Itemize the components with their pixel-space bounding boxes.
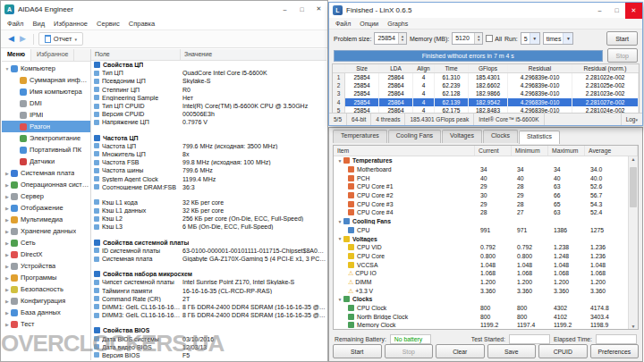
sidebar-item-computer-name[interactable]: Имя компьютера: [2, 86, 90, 97]
tab-statistics[interactable]: Statistics: [519, 130, 560, 144]
field-row[interactable]: Кэш L36 МБ (On-Die, ECC, Full-Speed): [91, 223, 326, 231]
maximize-icon[interactable]: □: [608, 3, 625, 19]
tab-voltages[interactable]: Voltages: [442, 130, 482, 143]
problem-size-input[interactable]: 25854 ▲▼: [374, 32, 406, 45]
start-button[interactable]: Start: [333, 344, 382, 358]
maximize-icon[interactable]: □: [293, 1, 310, 17]
grid-column-header[interactable]: [333, 64, 345, 72]
field-row[interactable]: Псевдоним ЦПSkylake-S: [91, 77, 326, 85]
field-row[interactable]: Версия BIOSF5: [91, 351, 326, 359]
sidebar-item-summary[interactable]: Суммарная информация: [2, 74, 90, 86]
close-icon[interactable]: ✕: [625, 3, 642, 19]
column-value[interactable]: Значение: [181, 49, 326, 60]
field-row[interactable]: Частота ЦП799.6 MHz (исходная: 3500 MHz): [91, 142, 326, 150]
tab-temperatures[interactable]: Temperatures: [333, 130, 387, 143]
field-row[interactable]: Множитель ЦП8x: [91, 150, 326, 158]
field-row[interactable]: Command Rate (CR)2T: [91, 295, 326, 303]
run-count-select[interactable]: 5 ▼: [521, 32, 540, 45]
sensor-row[interactable]: CPU Core0.8000.8001.2481.236: [334, 252, 628, 261]
tab-clocks[interactable]: Clocks: [483, 130, 518, 143]
statistics-column-header[interactable]: Current: [475, 146, 512, 156]
start-button[interactable]: Start: [606, 31, 638, 46]
statistics-column-header[interactable]: Maximum: [548, 146, 585, 156]
sensor-row[interactable]: CPU Core #329286554.3: [334, 199, 628, 208]
sidebar-item-security[interactable]: ▶Безопасность: [2, 283, 90, 295]
field-row[interactable]: Версия CPUID000506E3h: [91, 110, 326, 118]
aida-menu-item-3[interactable]: Сервис: [97, 20, 120, 28]
field-row[interactable]: Соотношение DRAM:FSB36:3: [91, 183, 326, 191]
result-row[interactable]: 12585425864461.310185.43014.296839e-0102…: [333, 73, 639, 81]
sidebar-item-devices[interactable]: ▶Устройства: [2, 260, 90, 272]
grid-column-header[interactable]: Size: [345, 64, 379, 72]
aida-menu-item-0[interactable]: Файл: [7, 20, 23, 28]
spinner-icon[interactable]: ▲▼: [398, 33, 406, 44]
field-row[interactable]: Кэш L1 данных32 КБ per core: [91, 206, 326, 215]
statistics-column-header[interactable]: Item: [334, 146, 475, 156]
section-row[interactable]: Свойства ЦП: [91, 61, 326, 69]
grid-column-header[interactable]: GFlops: [469, 64, 508, 72]
field-row[interactable]: System Agent Clock1199.4 MHz: [91, 174, 326, 182]
linx-menu-item-0[interactable]: Файл: [335, 21, 351, 27]
scroll-down-icon[interactable]: ▼: [629, 324, 638, 329]
sidebar-item-dmi[interactable]: DMI: [2, 97, 90, 109]
group-row[interactable]: ▼Voltages: [334, 234, 628, 243]
tab-cooling-fans[interactable]: Cooling Fans: [388, 130, 441, 143]
sidebar-item-display[interactable]: ▶Отображение: [2, 202, 90, 214]
group-row[interactable]: ▼Clocks: [334, 295, 628, 304]
grid-column-header[interactable]: Residual (norm.): [572, 64, 639, 72]
sidebar-item-ipmi[interactable]: IPMI: [2, 109, 90, 121]
field-row[interactable]: Дата BIOS системы03/10/2016: [91, 334, 326, 342]
field-row[interactable]: DIMM3: GeIL CL16-16-16 D48 ГБ DDR4-2400 …: [91, 311, 326, 319]
linx-menu-item-1[interactable]: Опции: [360, 21, 378, 27]
field-row[interactable]: Чипсет системной платыIntel Sunrise Poin…: [91, 278, 326, 286]
scrollbar-thumb[interactable]: [630, 167, 637, 207]
cpuid-button[interactable]: CPUID: [538, 344, 588, 358]
result-row[interactable]: 22585425864462.239182.66024.296839e-0102…: [333, 81, 639, 89]
field-row[interactable]: Engineering SampleНет: [91, 94, 326, 102]
field-row[interactable]: Тип ЦП CPUIDIntel(R) Core(TM) i5-6600K C…: [91, 102, 326, 110]
aida-menu-item-4[interactable]: Справка: [129, 20, 155, 28]
sensor-row[interactable]: CPU VID0.7920.7921.2381.236: [334, 243, 628, 252]
scrollbar[interactable]: ▲ ▼: [628, 156, 638, 329]
grid-column-header[interactable]: Time: [435, 64, 469, 72]
sensor-row[interactable]: VCCSA1.0481.0481.0481.048: [334, 260, 628, 269]
statistics-column-header[interactable]: Average: [585, 146, 638, 156]
sidebar-item-network[interactable]: ▶Сеть: [2, 237, 90, 248]
sidebar-item-database[interactable]: ▶База данных: [2, 307, 90, 318]
group-row[interactable]: ▼Cooling Fans: [334, 217, 628, 226]
field-row[interactable]: Системная платаGigabyte GA-Z170X-Gaming …: [91, 255, 326, 263]
result-row[interactable]: 42585425864462.139182.95424.296839e-0102…: [333, 98, 639, 106]
memory-input[interactable]: 5120 ▲▼: [452, 32, 483, 45]
field-row[interactable]: Тайминги памяти16-16-16-35 (CL-RCD-RP-RA…: [91, 287, 326, 295]
minimize-icon[interactable]: –: [276, 1, 293, 17]
clear-button[interactable]: Clear: [436, 344, 485, 358]
field-row[interactable]: Тип ЦПQuadCore Intel Core i5-6600K: [91, 69, 326, 77]
section-row[interactable]: Свойства набора микросхем: [91, 270, 326, 278]
grid-column-header[interactable]: Residual: [508, 64, 572, 72]
field-row[interactable]: Кэш L2256 КБ per core (On-Die, ECC, Full…: [91, 215, 326, 223]
save-button[interactable]: Save: [487, 344, 537, 358]
sensor-row[interactable]: PCH40404040.0: [334, 173, 628, 182]
scroll-up-icon[interactable]: ▲: [631, 156, 636, 162]
sidebar-item-server[interactable]: ▶Сервер: [2, 190, 90, 202]
sidebar-item-laptop[interactable]: Портативный ПК: [2, 144, 90, 156]
field-row[interactable]: Кэш L1 кода32 КБ per core: [91, 198, 326, 206]
sidebar-item-power[interactable]: Электропитание: [2, 132, 90, 144]
sidebar-item-storage[interactable]: ▶Хранение данных: [2, 225, 90, 237]
statistics-column-header[interactable]: Minimum: [512, 146, 548, 156]
field-row[interactable]: Частота FSB99.8 MHz (исходная: 100 MHz): [91, 158, 326, 166]
stop-button[interactable]: Stop: [385, 344, 434, 358]
sensor-row[interactable]: CPU Core #230296656.7: [334, 191, 628, 200]
sidebar-item-motherboard[interactable]: ▶Системная плата: [2, 167, 90, 179]
sidebar-item-overclock[interactable]: Разгон: [2, 121, 90, 132]
sidebar-item-os[interactable]: ▶Операционная система: [2, 179, 90, 190]
back-icon[interactable]: ◀: [8, 35, 14, 43]
field-row[interactable]: ID системной платы63-0100-000001-0010111…: [91, 247, 326, 255]
sidebar-item-config[interactable]: ▶Конфигурация: [2, 295, 90, 307]
report-button[interactable]: Отчет ▾: [38, 32, 83, 46]
sidebar-item-benchmark[interactable]: ▶Тест: [2, 318, 90, 330]
field-row[interactable]: DIMM1: GeIL CL16-16-16 D48 ГБ DDR4-2400 …: [91, 303, 326, 311]
sidebar-item-multimedia[interactable]: ▶Мультимедиа: [2, 214, 90, 225]
sidebar-item-directx[interactable]: ▶DirectX: [2, 248, 90, 260]
sidebar-tab-0[interactable]: Меню: [2, 49, 31, 61]
